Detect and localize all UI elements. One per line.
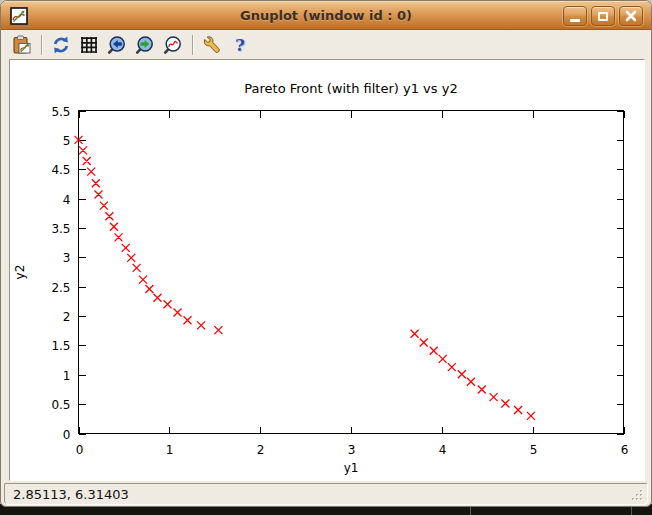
settings-wrench-icon: [202, 35, 222, 55]
help-button[interactable]: ?: [229, 34, 251, 56]
resize-grip[interactable]: [630, 488, 644, 502]
help-icon: ?: [235, 35, 245, 55]
svg-text:y1: y1: [344, 461, 359, 475]
svg-text:1: 1: [63, 369, 71, 383]
zoom-previous-icon: [107, 35, 127, 55]
zoom-previous-button[interactable]: [106, 34, 128, 56]
toolbar-separator: [41, 35, 43, 55]
svg-text:3.5: 3.5: [51, 222, 70, 236]
zoom-next-button[interactable]: [134, 34, 156, 56]
maximize-icon: [598, 12, 608, 21]
apply-zoom-plot-button[interactable]: [162, 34, 184, 56]
svg-text:Pareto Front (with filter) y1: Pareto Front (with filter) y1 vs y2: [244, 81, 457, 96]
svg-text:6: 6: [621, 443, 629, 457]
replot-refresh-button[interactable]: [50, 34, 72, 56]
titlebar[interactable]: Gnuplot (window id : 0): [1, 1, 651, 30]
statusbar: 2.85113, 6.31403: [4, 483, 648, 505]
svg-text:4: 4: [439, 443, 447, 457]
apply-zoom-plot-icon: [163, 35, 183, 55]
svg-text:0: 0: [63, 428, 71, 442]
svg-text:3: 3: [348, 443, 356, 457]
svg-text:5.5: 5.5: [51, 105, 70, 119]
svg-text:5: 5: [530, 443, 538, 457]
toggle-grid-button[interactable]: [78, 34, 100, 56]
svg-text:5: 5: [63, 134, 71, 148]
minimize-button[interactable]: [563, 6, 587, 26]
screenshot-root: Gnuplot (window id : 0): [0, 0, 652, 515]
zoom-next-icon: [135, 35, 155, 55]
svg-text:2: 2: [257, 443, 265, 457]
window-controls: [563, 6, 643, 26]
svg-text:0.5: 0.5: [51, 398, 70, 412]
toggle-grid-icon: [79, 35, 99, 55]
svg-text:2: 2: [63, 310, 71, 324]
svg-text:2.5: 2.5: [51, 281, 70, 295]
settings-wrench-button[interactable]: [201, 34, 223, 56]
svg-text:0: 0: [76, 443, 84, 457]
svg-text:4.5: 4.5: [51, 163, 70, 177]
copy-plot-to-clipboard-button[interactable]: [11, 34, 33, 56]
svg-text:3: 3: [63, 251, 71, 265]
toolbar-separator: [192, 35, 194, 55]
cursor-coordinates: 2.85113, 6.31403: [13, 484, 129, 506]
svg-text:4: 4: [63, 193, 71, 207]
gnuplot-window: Gnuplot (window id : 0): [0, 0, 652, 507]
maximize-button[interactable]: [591, 6, 615, 26]
minimize-icon: [570, 19, 580, 22]
close-button[interactable]: [619, 6, 643, 26]
plot-svg: 012345600.511.522.533.544.555.5Pareto Fr…: [10, 60, 644, 480]
svg-text:1: 1: [166, 443, 174, 457]
svg-text:1.5: 1.5: [51, 339, 70, 353]
close-icon: [625, 10, 637, 22]
toolbar: ?: [1, 31, 651, 59]
replot-refresh-icon: [51, 35, 71, 55]
plot-canvas[interactable]: 012345600.511.522.533.544.555.5Pareto Fr…: [9, 59, 645, 481]
svg-text:y2: y2: [13, 265, 27, 280]
copy-plot-to-clipboard-icon: [12, 35, 32, 55]
window-title: Gnuplot (window id : 0): [1, 1, 651, 30]
